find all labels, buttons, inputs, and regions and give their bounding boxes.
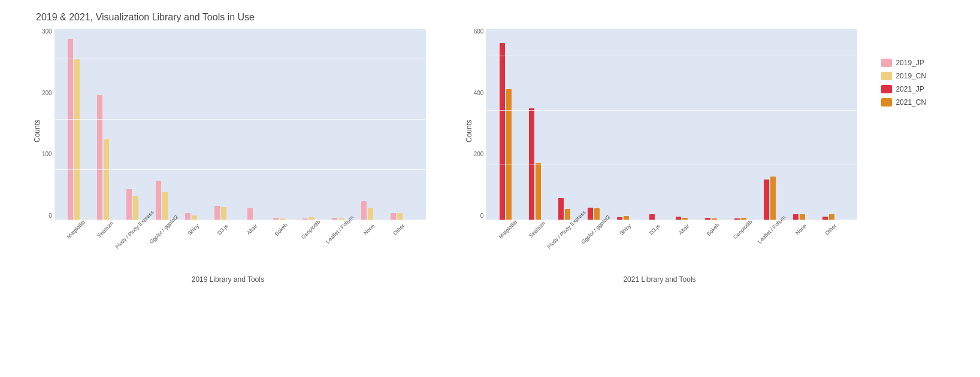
bar-jp2019 xyxy=(68,39,73,220)
chart2-plot-area: MatplotlibSeabornPlotly / Plotly Express… xyxy=(486,29,857,233)
bar-jp2021 xyxy=(500,43,505,220)
main-title: 2019 & 2021, Visualization Library and T… xyxy=(36,12,974,23)
bar-group xyxy=(755,177,784,220)
x-label: None xyxy=(353,223,382,233)
x-label: Altair xyxy=(667,223,696,233)
x-label: Plotly / Plotly Express xyxy=(118,223,147,233)
bar-group xyxy=(206,206,235,220)
x-label: Other xyxy=(813,223,843,233)
charts-container: Counts 300 200 100 0 xyxy=(6,29,974,284)
x-label: Other xyxy=(382,223,412,233)
bar-group xyxy=(235,208,265,220)
bar-group xyxy=(89,95,118,220)
legend-color-jp2021 xyxy=(881,85,892,93)
x-label: Geoplotlib xyxy=(294,223,323,233)
bar-jp2019 xyxy=(126,189,132,220)
legend-color-cn2021 xyxy=(881,98,892,107)
chart1-yaxis-label: Counts xyxy=(30,29,42,233)
legend-color-cn2019 xyxy=(881,72,892,80)
page-container: 2019 & 2021, Visualization Library and T… xyxy=(6,12,974,284)
x-label: Bokeh xyxy=(265,223,294,233)
x-label: Ggplot / ggplot2 xyxy=(147,223,177,233)
x-label: Geoplotlib xyxy=(725,223,755,233)
bar-jp2021 xyxy=(558,198,564,220)
bar-group xyxy=(59,39,89,220)
x-label: Altair xyxy=(235,223,265,233)
x-label: Bokeh xyxy=(696,223,725,233)
bar-jp2021 xyxy=(588,208,593,220)
bar-cn2021 xyxy=(770,177,776,220)
chart1-bg xyxy=(55,29,426,220)
x-label: Seaborn xyxy=(89,223,118,233)
chart2-xtitle: 2021 Library and Tools xyxy=(623,275,695,284)
bar-cn2021 xyxy=(594,208,600,220)
bar-cn2019 xyxy=(368,208,373,220)
legend-item-jp2019: 2019_JP xyxy=(881,59,926,67)
legend-item-cn2019: 2019_CN xyxy=(881,72,926,80)
x-label: Leaflet / Folium xyxy=(323,223,353,233)
bar-cn2019 xyxy=(104,139,109,220)
chart2-bg xyxy=(486,29,857,220)
x-label: Ggplot / ggplot2 xyxy=(579,223,608,233)
chart1-xtitle: 2019 Library and Tools xyxy=(192,275,264,284)
x-label: Seaborn xyxy=(520,223,549,233)
x-label: None xyxy=(784,223,813,233)
legend-label-cn2019: 2019_CN xyxy=(896,72,926,80)
chart1-wrapper: Counts 300 200 100 0 xyxy=(30,29,426,284)
chart2-with-yaxis: Counts 600 400 200 0 xyxy=(462,29,858,233)
bar-jp2019 xyxy=(97,95,102,220)
bar-cn2021 xyxy=(506,89,512,220)
bar-cn2019 xyxy=(133,196,138,220)
x-label: Shiny xyxy=(177,223,206,233)
bar-cn2019 xyxy=(162,192,168,220)
x-label: Leaflet / Folium xyxy=(755,223,784,233)
chart2-yticks: 600 400 200 0 xyxy=(474,29,486,220)
bar-cn2021 xyxy=(565,209,570,220)
legend-label-jp2019: 2019_JP xyxy=(896,59,924,67)
bar-cn2019 xyxy=(221,207,226,220)
chart2-yaxis-label: Counts xyxy=(462,29,474,233)
bar-jp2019 xyxy=(156,181,161,220)
bar-cn2021 xyxy=(536,163,541,220)
legend-item-jp2021: 2021_JP xyxy=(881,85,926,93)
bar-jp2019 xyxy=(247,208,253,220)
bar-group xyxy=(118,189,147,220)
legend-label-jp2021: 2021_JP xyxy=(896,85,924,93)
bar-cn2019 xyxy=(74,59,80,220)
legend-color-jp2019 xyxy=(881,59,892,67)
x-label: D3.js xyxy=(637,223,667,233)
chart1-with-yaxis: Counts 300 200 100 0 xyxy=(30,29,426,233)
bar-group xyxy=(491,43,520,220)
chart2-wrapper: Counts 600 400 200 0 xyxy=(462,29,858,284)
chart1-yticks: 300 200 100 0 xyxy=(42,29,55,220)
x-label: Shiny xyxy=(608,223,637,233)
bar-jp2021 xyxy=(764,180,769,220)
bar-group xyxy=(353,201,382,220)
bar-jp2019 xyxy=(214,206,220,220)
x-label: Plotly / Plotly Express xyxy=(549,223,579,233)
legend-item-cn2021: 2021_CN xyxy=(881,98,926,107)
x-label: D3.js xyxy=(206,223,235,233)
x-label: Matplotlib xyxy=(59,223,89,233)
bar-jp2019 xyxy=(361,201,367,220)
chart1-plot-area: MatplotlibSeabornPlotly / Plotly Express… xyxy=(55,29,426,233)
legend-label-cn2021: 2021_CN xyxy=(896,98,926,107)
x-label: Matplotlib xyxy=(491,223,520,233)
legend: 2019_JP 2019_CN 2021_JP 2021_CN xyxy=(875,47,932,123)
